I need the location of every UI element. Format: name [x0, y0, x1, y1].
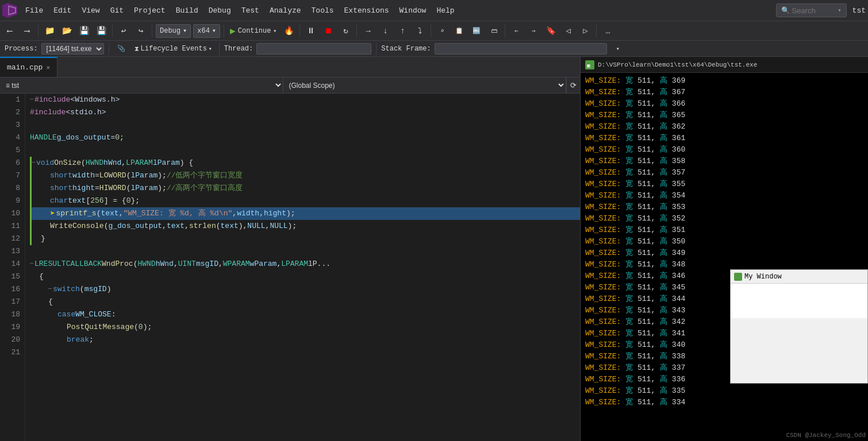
line-number: 4 — [5, 131, 20, 144]
token-punct: , — [218, 258, 223, 270]
menu-build[interactable]: Build — [171, 4, 203, 17]
collapse-button[interactable]: ─ — [48, 283, 52, 296]
token-punct: ); — [286, 207, 295, 220]
next-bookmark-button[interactable]: ▷ — [578, 24, 593, 38]
prev-bookmark-button[interactable]: ◁ — [560, 24, 575, 38]
autos-button[interactable]: 🔤 — [469, 24, 484, 38]
token-type: LPARAM — [126, 157, 153, 169]
continue-button[interactable]: ▶ Continue ▾ — [228, 24, 279, 38]
menu-window[interactable]: Window — [395, 4, 431, 17]
play-icon: ▶ — [230, 25, 236, 37]
tab-close-icon[interactable]: ✕ — [46, 64, 50, 71]
token-macro: width — [72, 169, 95, 182]
step-into-button[interactable]: ↓ — [378, 24, 393, 38]
pause-button[interactable]: ⏸ — [304, 24, 318, 38]
thread-input[interactable] — [256, 43, 371, 55]
code-line: WriteConsole(g_dos_output, text, strlen(… — [30, 220, 580, 233]
token-punct: ( — [133, 258, 138, 270]
toolbar-separator-3 — [152, 25, 152, 37]
mywindow-panel: My Window — [730, 269, 868, 384]
collapse-button[interactable]: ─ — [30, 258, 33, 270]
menu-file[interactable]: File — [21, 4, 48, 17]
memory-button[interactable]: 🗃 — [486, 24, 501, 38]
token-macro: lParam — [130, 182, 158, 195]
bookmark-button[interactable]: 🔖 — [543, 24, 558, 38]
stack-frame-input[interactable] — [435, 43, 607, 55]
process-attach-icon: 📎 — [114, 41, 129, 56]
menu-test[interactable]: Test — [237, 4, 264, 17]
token-kw2: #include — [30, 106, 66, 119]
menu-git[interactable]: Git — [106, 4, 128, 17]
token-punct: , — [121, 157, 126, 169]
mywindow-titlebar: My Window — [731, 270, 867, 284]
platform-dropdown-label: x64 — [197, 27, 210, 35]
menu-debug[interactable]: Debug — [204, 4, 236, 17]
open-button[interactable]: 📂 — [59, 24, 74, 38]
tab-main-cpp[interactable]: main.cpp ✕ — [0, 57, 57, 77]
token-macro: NULL — [270, 220, 287, 233]
save-all-button[interactable]: 💾 — [94, 24, 109, 38]
locals-button[interactable]: 📋 — [452, 24, 467, 38]
token-macro: WM_CLOSE — [75, 308, 111, 321]
back-button[interactable]: ⟵ — [2, 24, 17, 38]
stack-frame-expand[interactable]: ▾ — [610, 41, 625, 56]
collapse-button[interactable]: ─ — [32, 157, 35, 169]
hot-reload-button[interactable]: 🔥 — [281, 24, 296, 38]
tst-label: tst — [852, 6, 866, 15]
format-btn2[interactable]: ⇒ — [526, 24, 541, 38]
line-numbers: 123456789101112131415161718192021 — [0, 94, 25, 441]
token-fn: HIWORD — [99, 182, 126, 195]
editor-panel: main.cpp ✕ ≡ tst (Global Scope) ⟳ 123456… — [0, 57, 581, 441]
menu-view[interactable]: View — [77, 4, 104, 17]
forward-button[interactable]: ⟶ — [20, 24, 34, 38]
collapse-button[interactable]: ─ — [30, 94, 33, 106]
debug-dropdown[interactable]: Debug ▾ — [156, 24, 191, 38]
scope-selector[interactable]: (Global Scope) — [283, 78, 567, 93]
menu-tools[interactable]: Tools — [307, 4, 339, 17]
continue-dropdown-arrow: ▾ — [273, 28, 276, 34]
token-macro: msgID — [85, 283, 107, 296]
menu-analyze[interactable]: Analyze — [265, 4, 306, 17]
token-macro: wParam — [250, 258, 277, 270]
mywindow-title: My Window — [744, 273, 782, 281]
run-to-cursor-button[interactable]: ⤵ — [412, 24, 427, 38]
line-number: 16 — [5, 283, 20, 296]
more-button[interactable]: … — [600, 24, 615, 38]
line-number: 14 — [5, 258, 20, 270]
watch-button[interactable]: ⌕ — [435, 24, 450, 38]
step-over-button[interactable]: → — [360, 24, 375, 38]
step-out-button[interactable]: ↑ — [395, 24, 410, 38]
token-kw2: #include — [34, 94, 70, 106]
save-button[interactable]: 💾 — [76, 24, 91, 38]
undo-button[interactable]: ↩ — [116, 24, 131, 38]
token-punct: , — [162, 220, 167, 233]
tab-label: main.cpp — [7, 63, 43, 72]
output-content[interactable]: WM_SIZE: 宽 511, 高 369WM_SIZE: 宽 511, 高 3… — [581, 73, 868, 441]
process-selector[interactable]: [11464] tst.exe — [41, 43, 104, 55]
token-macro: text — [221, 220, 239, 233]
menu-extensions[interactable]: Extensions — [340, 4, 394, 17]
search-input[interactable] — [792, 6, 838, 15]
format-btn[interactable]: ⇐ — [509, 24, 524, 38]
toolbar-separator-2 — [112, 25, 113, 37]
search-box[interactable]: 🔍 ▾ — [776, 3, 847, 17]
output-line: WM_SIZE: 宽 511, 高 352 — [585, 213, 863, 225]
output-panel: ▣ D:\VSPro\learn\Demo1\tst\x64\Debug\tst… — [581, 57, 868, 441]
menu-project[interactable]: Project — [129, 4, 170, 17]
stop-button[interactable]: ⏹ — [321, 24, 336, 38]
restart-button[interactable]: ↻ — [338, 24, 353, 38]
menu-help[interactable]: Help — [432, 4, 459, 17]
lifecycle-events-button[interactable]: ⧗ Lifecycle Events ▾ — [132, 44, 214, 53]
menu-edit[interactable]: Edit — [49, 4, 76, 17]
line-number: 17 — [5, 296, 20, 308]
code-area[interactable]: 123456789101112131415161718192021 ─#incl… — [0, 94, 580, 441]
token-punct: ( — [216, 220, 221, 233]
svg-text:▣: ▣ — [587, 63, 590, 68]
platform-dropdown[interactable]: x64 ▾ — [193, 24, 220, 38]
file-selector[interactable]: ≡ tst — [0, 78, 283, 93]
new-project-button[interactable]: 📁 — [42, 24, 57, 38]
code-line: ➤sprintf_s(text, "WM_SIZE: 宽 %d, 高 %d\n"… — [30, 207, 580, 220]
redo-button[interactable]: ↪ — [133, 24, 148, 38]
nav-sync-btn[interactable]: ⟳ — [566, 78, 580, 93]
token-punct: { — [39, 270, 44, 283]
